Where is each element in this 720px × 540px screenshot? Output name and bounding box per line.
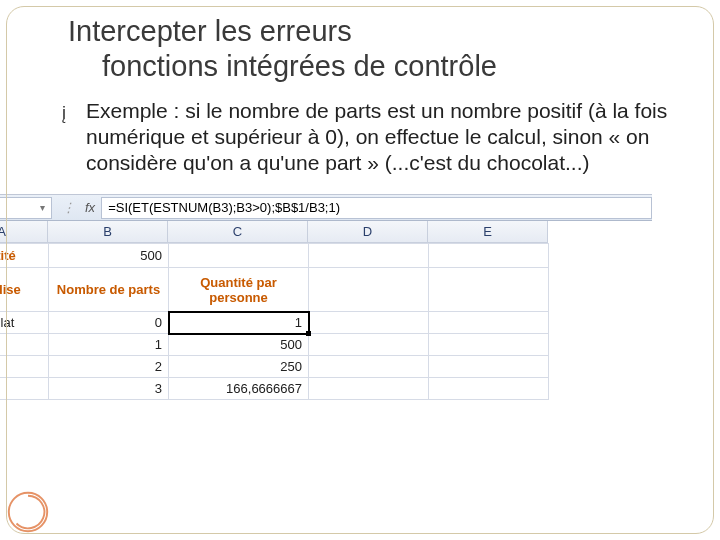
body-lead: Exemple: [86, 99, 168, 122]
cell[interactable]: 250: [169, 356, 309, 378]
body-rest: : si le nombre de parts est un nombre po…: [86, 99, 667, 175]
cell[interactable]: 3: [49, 378, 169, 400]
slide-title: Intercepter les erreurs fonctions intégr…: [68, 14, 672, 84]
fx-icon[interactable]: fx: [85, 200, 101, 215]
cell[interactable]: [429, 334, 549, 356]
cell[interactable]: [309, 268, 429, 312]
body-paragraph: į Exemple : si le nombre de parts est un…: [68, 98, 672, 177]
cell[interactable]: Chocolat: [0, 312, 49, 334]
title-line-2: fonctions intégrées de contrôle: [68, 49, 672, 84]
cell[interactable]: 2: [49, 356, 169, 378]
cell[interactable]: [169, 244, 309, 268]
name-box-dropdown-icon[interactable]: ▾: [40, 202, 45, 213]
name-box[interactable]: C3 ▾: [0, 197, 52, 219]
cell[interactable]: [309, 244, 429, 268]
cell[interactable]: [429, 312, 549, 334]
cell[interactable]: [309, 312, 429, 334]
formula-text: =SI(ET(ESTNUM(B3);B3>0);$B$1/B3;1): [108, 200, 340, 215]
spreadsheet-grid: ABCDE 123456 Quantité500FriandiseNombre …: [0, 221, 652, 400]
title-line-1: Intercepter les erreurs: [68, 15, 352, 47]
cell[interactable]: [429, 268, 549, 312]
cell[interactable]: 166,6666667: [169, 378, 309, 400]
cell[interactable]: [429, 378, 549, 400]
column-header[interactable]: E: [428, 221, 548, 243]
cell[interactable]: [0, 356, 49, 378]
column-header[interactable]: A: [0, 221, 48, 243]
cell[interactable]: 0: [49, 312, 169, 334]
cell[interactable]: Quantité: [0, 244, 49, 268]
cell[interactable]: Friandise: [0, 268, 49, 312]
cell[interactable]: [309, 356, 429, 378]
cell[interactable]: [309, 378, 429, 400]
excel-screenshot: C3 ▾ ⋮ fx =SI(ET(ESTNUM(B3);B3>0);$B$1/B…: [0, 194, 652, 400]
formula-input[interactable]: =SI(ET(ESTNUM(B3);B3>0);$B$1/B3;1): [101, 197, 652, 219]
cell[interactable]: [309, 334, 429, 356]
column-headers: ABCDE: [0, 221, 548, 243]
decorative-swirl-icon: [4, 488, 52, 536]
formula-bar: C3 ▾ ⋮ fx =SI(ET(ESTNUM(B3);B3>0);$B$1/B…: [0, 195, 652, 221]
svg-point-0: [9, 493, 47, 531]
cell[interactable]: 500: [49, 244, 169, 268]
bullet-icon: į: [62, 102, 66, 125]
cell[interactable]: [0, 334, 49, 356]
column-header[interactable]: B: [48, 221, 168, 243]
cell[interactable]: [0, 378, 49, 400]
cell[interactable]: 1: [169, 312, 309, 334]
cell[interactable]: Nombre de parts: [49, 268, 169, 312]
column-header[interactable]: C: [168, 221, 308, 243]
cell[interactable]: 1: [49, 334, 169, 356]
cell[interactable]: Quantité par personne: [169, 268, 309, 312]
formula-bar-divider: ⋮: [52, 200, 85, 215]
cell[interactable]: [429, 244, 549, 268]
column-header[interactable]: D: [308, 221, 428, 243]
cell[interactable]: 500: [169, 334, 309, 356]
cell[interactable]: [429, 356, 549, 378]
cells[interactable]: Quantité500FriandiseNombre de partsQuant…: [0, 243, 549, 400]
